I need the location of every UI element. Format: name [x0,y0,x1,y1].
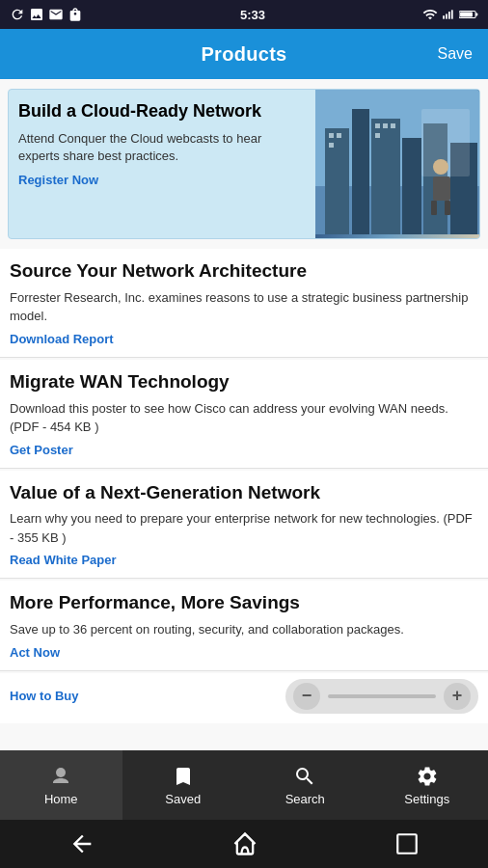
svg-rect-25 [375,133,380,138]
banner-image-svg [315,90,479,234]
status-time: 5:33 [240,8,265,22]
svg-rect-2 [448,12,450,19]
article-0-link[interactable]: Download Report [10,332,114,346]
svg-rect-23 [383,123,388,128]
home-nav-icon [231,830,258,857]
image-icon [29,7,44,22]
article-0-desc: Forrester Research, Inc. examines reason… [10,288,478,326]
banner-text-area: Build a Cloud-Ready Network Attend Conqu… [9,90,315,238]
svg-rect-3 [451,10,453,18]
how-to-buy-link[interactable]: How to Buy [10,689,79,703]
zoom-out-button[interactable]: − [293,683,320,710]
tab-saved[interactable]: Saved [122,750,245,820]
refresh-icon [10,7,25,22]
svg-point-15 [433,159,448,175]
svg-rect-17 [431,201,437,215]
article-0-title: Source Your Network Architecture [10,260,478,283]
svg-rect-6 [460,13,473,17]
article-2-title: Value of a Next-Generation Network [10,482,478,504]
back-button[interactable] [68,830,95,857]
svg-rect-18 [445,201,450,215]
svg-rect-9 [325,128,349,234]
svg-point-26 [56,768,66,777]
page-title: Products [201,43,286,66]
recent-apps-button[interactable] [394,831,420,856]
bag-icon [68,7,83,22]
android-nav [0,820,488,868]
article-3-desc: Save up to 36 percent on routing, securi… [10,620,478,639]
svg-rect-19 [329,133,334,138]
svg-rect-5 [475,14,477,16]
signal-icon [442,7,455,22]
battery-icon [459,9,478,20]
banner-title: Build a Cloud-Ready Network [18,101,306,122]
gear-icon [416,765,439,788]
home-nav-button[interactable] [231,830,258,857]
zoom-in-button[interactable]: + [444,683,471,710]
article-2-desc: Learn why you need to prepare your enter… [10,509,478,547]
article-1: Migrate WAN Technology Download this pos… [0,360,488,469]
article-3-link[interactable]: Act Now [10,645,60,660]
tab-search[interactable]: Search [244,750,366,820]
svg-rect-27 [398,834,418,854]
email-icon [48,7,64,22]
tab-home-label: Home [44,792,78,806]
bookmark-icon [172,765,195,788]
search-icon [293,765,316,788]
svg-rect-0 [443,15,445,19]
banner-image [315,90,479,238]
article-1-desc: Download this poster to see how Cisco ca… [10,399,478,437]
status-right-icons [422,7,478,22]
article-3-title: More Performance, More Savings [10,592,478,614]
how-to-buy-row: How to Buy − + [0,673,488,723]
svg-rect-1 [446,14,447,18]
wifi-icon [422,7,438,22]
svg-rect-12 [402,138,421,234]
svg-rect-14 [450,143,477,234]
svg-rect-20 [337,133,341,138]
tab-home[interactable]: Home [0,750,122,820]
svg-rect-24 [391,123,395,128]
banner-register-link[interactable]: Register Now [18,173,98,187]
back-icon [68,830,95,857]
article-2: Value of a Next-Generation Network Learn… [0,471,488,580]
home-icon [49,765,72,788]
zoom-control: − + [285,679,478,714]
tab-settings-label: Settings [404,792,449,806]
tab-bar: Home Saved Search Settings [0,750,488,820]
zoom-track [328,694,436,698]
article-1-title: Migrate WAN Technology [10,371,478,393]
article-1-link[interactable]: Get Poster [10,443,73,457]
article-0: Source Your Network Architecture Forrest… [0,249,488,358]
tab-saved-label: Saved [165,792,201,806]
banner-ad[interactable]: Build a Cloud-Ready Network Attend Conqu… [8,89,480,239]
save-button[interactable]: Save [438,45,473,63]
status-left-icons [10,7,83,22]
article-3: More Performance, More Savings Save up t… [0,581,488,670]
svg-rect-16 [433,176,450,201]
svg-rect-21 [329,143,334,148]
tab-search-label: Search [285,792,325,806]
recent-apps-icon [394,831,420,856]
tab-settings[interactable]: Settings [366,750,489,820]
svg-rect-22 [375,123,380,128]
svg-rect-10 [352,109,369,234]
banner-description: Attend Conquer the Cloud webcasts to hea… [18,130,306,165]
content-area: Build a Cloud-Ready Network Attend Conqu… [0,79,488,750]
article-2-link[interactable]: Read White Paper [10,553,117,567]
status-bar: 5:33 [0,0,488,29]
nav-bar: Products Save [0,29,488,79]
